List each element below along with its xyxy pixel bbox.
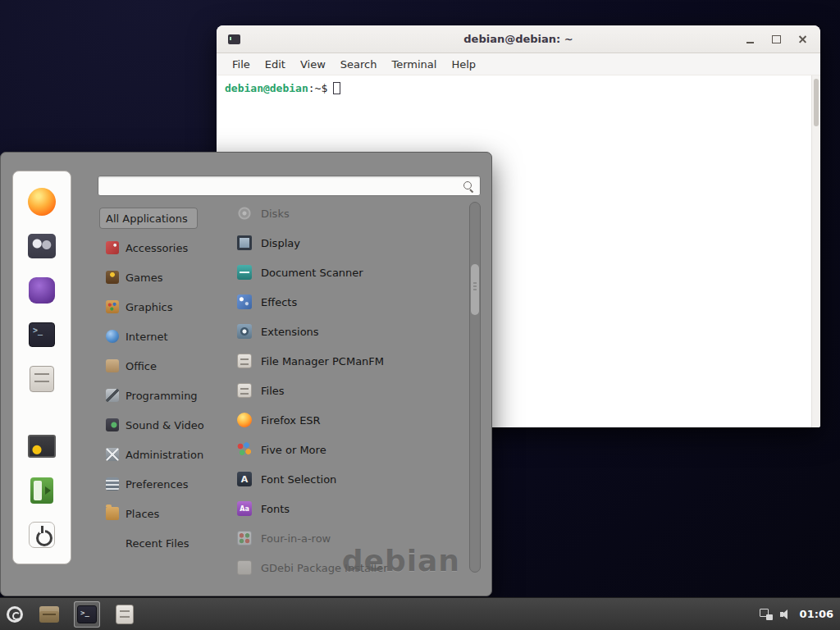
favorite-files[interactable] [24, 365, 60, 393]
network-icon[interactable] [760, 609, 773, 620]
favorite-icon [29, 277, 55, 304]
category-icon [106, 271, 119, 284]
app-label: Four-in-a-row [261, 532, 331, 545]
favorite-icon [30, 366, 54, 392]
taskbar-files-button[interactable] [112, 601, 138, 628]
taskbar-terminal-button[interactable] [74, 601, 100, 628]
app-icon [237, 472, 252, 486]
category-recent-files[interactable]: Recent Files [99, 528, 222, 558]
close-icon[interactable] [792, 30, 812, 49]
category-programming[interactable]: Programming [99, 381, 222, 410]
taskbar-file-manager-button[interactable] [36, 601, 62, 628]
taskbar-launchers [30, 601, 138, 628]
app-icon [237, 442, 252, 457]
category-icon [106, 477, 119, 491]
terminal-cursor [333, 82, 340, 94]
search-input[interactable] [104, 180, 463, 192]
launcher-icon [116, 605, 134, 624]
app-item-extensions[interactable]: Extensions [237, 317, 460, 346]
app-icon [237, 560, 252, 575]
app-icon [237, 324, 252, 339]
app-label: Effects [261, 296, 297, 308]
category-label: Office [126, 360, 157, 372]
category-label: Places [126, 508, 159, 520]
search-box[interactable] [98, 176, 481, 196]
app-icon [237, 383, 252, 398]
app-item-document-scanner[interactable]: Document Scanner [237, 258, 460, 287]
app-item-files[interactable]: Files [237, 376, 460, 405]
menubar-item[interactable]: Terminal [384, 58, 444, 71]
favorite-icon [29, 322, 55, 347]
app-list-scrollbar[interactable] [469, 202, 481, 573]
app-label: Document Scanner [261, 267, 363, 279]
desktop: debian@debian: ~ FileEditViewSearchTermi… [0, 0, 840, 630]
menubar-item[interactable]: View [293, 58, 333, 71]
category-office[interactable]: Office [99, 351, 222, 381]
category-graphics[interactable]: Graphics [99, 292, 222, 322]
category-icon [106, 300, 119, 313]
menubar-item[interactable]: Search [333, 58, 385, 71]
shutdown-button[interactable] [24, 521, 60, 549]
category-label: Recent Files [126, 537, 189, 550]
category-preferences[interactable]: Preferences [99, 469, 222, 499]
app-item-disks[interactable]: Disks [237, 199, 460, 228]
favorite-icon [28, 234, 56, 258]
menu-logo-icon [7, 606, 23, 623]
session-icon [28, 435, 56, 458]
app-icon [237, 354, 252, 368]
category-sound-video[interactable]: Sound & Video [99, 410, 222, 440]
favorite-terminal[interactable] [24, 321, 60, 349]
terminal-titlebar[interactable]: debian@debian: ~ [217, 25, 820, 53]
category-label: Sound & Video [126, 419, 204, 431]
app-label: Extensions [261, 326, 319, 338]
menu-button[interactable] [0, 598, 30, 630]
system-tray: 01:06 [760, 608, 840, 620]
app-icon [237, 294, 252, 309]
category-icon [106, 241, 119, 254]
volume-icon[interactable] [780, 609, 792, 619]
favorite-software[interactable] [24, 276, 60, 304]
app-item-fonts[interactable]: Fonts [237, 494, 460, 523]
favorites-panel [12, 171, 71, 564]
app-label: Five or More [261, 444, 326, 456]
terminal-scrollbar-thumb[interactable] [814, 79, 819, 126]
menubar-item[interactable]: File [225, 58, 258, 71]
category-all-applications[interactable]: All Applications [99, 208, 198, 229]
category-list: All Applications Accessories Games Graph… [99, 203, 222, 558]
app-item-effects[interactable]: Effects [237, 287, 460, 317]
clock[interactable]: 01:06 [800, 608, 833, 620]
favorite-firefox[interactable] [24, 188, 60, 216]
menubar-item[interactable]: Help [444, 58, 483, 71]
app-label: File Manager PCManFM [261, 355, 384, 368]
lock-screen-button[interactable] [24, 432, 60, 460]
category-label: Preferences [126, 478, 188, 491]
application-menu: All Applications Accessories Games Graph… [0, 152, 492, 596]
favorite-users[interactable] [24, 232, 60, 260]
minimize-icon[interactable] [740, 30, 760, 49]
category-games[interactable]: Games [99, 262, 222, 292]
search-icon [463, 180, 474, 192]
app-item-display[interactable]: Display [237, 228, 460, 258]
category-accessories[interactable]: Accessories [99, 233, 222, 262]
menubar-item[interactable]: Edit [258, 58, 293, 71]
logout-button[interactable] [24, 477, 60, 504]
app-label: Firefox ESR [261, 414, 321, 427]
category-label: Graphics [126, 301, 172, 313]
app-label: Display [261, 237, 300, 249]
terminal-scrollbar[interactable] [811, 75, 820, 427]
category-internet[interactable]: Internet [99, 322, 222, 351]
category-label: Internet [126, 331, 168, 343]
app-icon [237, 501, 252, 516]
app-list-scrollbar-thumb[interactable] [471, 264, 479, 315]
debian-watermark: debian [342, 544, 460, 578]
app-item-five-or-more[interactable]: Five or More [237, 435, 460, 464]
application-list: Disks Display Document Scanner Effects [237, 199, 460, 576]
app-item-font-selection[interactable]: Font Selection [237, 464, 460, 494]
maximize-icon[interactable] [766, 30, 786, 49]
app-item-file-manager-pcmanfm[interactable]: File Manager PCManFM [237, 346, 460, 376]
category-places[interactable]: Places [99, 499, 222, 528]
terminal-title: debian@debian: ~ [217, 33, 820, 45]
app-item-firefox-esr[interactable]: Firefox ESR [237, 405, 460, 435]
terminal-menubar: FileEditViewSearchTerminalHelp [217, 53, 820, 75]
category-administration[interactable]: Administration [99, 440, 222, 469]
